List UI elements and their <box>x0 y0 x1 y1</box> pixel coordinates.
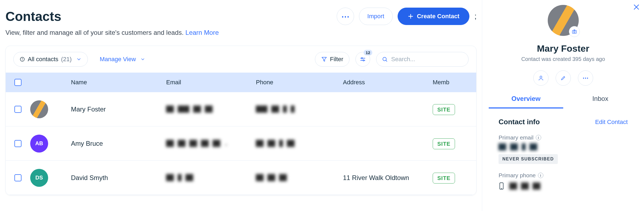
view-count: (21) <box>61 56 72 63</box>
svg-point-15 <box>574 31 575 33</box>
view-selector[interactable]: All contacts (21) <box>13 52 88 67</box>
manage-view-link[interactable]: Manage View <box>94 52 151 67</box>
table-header: Name Email Phone Address Memb <box>6 73 476 92</box>
subtitle-text: View, filter and manage all of your site… <box>5 29 184 36</box>
contact-name: Mary Foster <box>489 43 637 54</box>
cell-address: 11 River Walk Oldtown <box>343 174 433 182</box>
create-contact-label: Create Contact <box>417 13 459 20</box>
page-title: Contacts <box>5 9 61 24</box>
avatar <box>30 100 48 118</box>
subscription-badge: NEVER SUBSCRIBED <box>499 154 558 164</box>
cell-email: ██ █ ██ <box>166 174 256 181</box>
create-contact-button[interactable]: Create Contact <box>398 8 469 25</box>
row-checkbox[interactable] <box>14 174 21 181</box>
primary-phone-label: Primary phone i <box>499 172 628 179</box>
alert-circle-icon <box>20 57 25 62</box>
avatar: AB <box>30 135 48 153</box>
pencil-icon <box>561 75 566 81</box>
cell-name: Mary Foster <box>71 105 166 113</box>
filter-label: Filter <box>330 56 343 63</box>
cell-email: ██ ███ ██ ██ <box>166 106 256 113</box>
search-field[interactable] <box>376 52 469 67</box>
change-photo-button[interactable] <box>569 26 580 37</box>
avatar: DS <box>30 169 48 187</box>
person-icon <box>538 75 544 81</box>
cell-phone: ███ ██ █ █ <box>256 106 343 113</box>
trailing-char: ; <box>474 12 476 21</box>
ellipsis-icon: ⋯ <box>583 75 589 82</box>
cell-phone: ██ ██ █ ██ <box>256 140 343 147</box>
member-badge: SITE <box>433 138 455 149</box>
svg-marker-16 <box>574 30 575 30</box>
table-row[interactable]: DSDavid Smyth██ █ ████ ██ ██11 River Wal… <box>6 161 476 195</box>
table-row[interactable]: ABAmy Bruce██ ██ ██ ██ ██ .██ ██ █ ██SIT… <box>6 126 476 161</box>
cell-name: Amy Bruce <box>71 140 166 147</box>
col-phone[interactable]: Phone <box>256 79 343 86</box>
select-all-checkbox[interactable] <box>14 79 21 86</box>
table-row[interactable]: Mary Foster██ ███ ██ █████ ██ █ █SITE <box>6 92 476 126</box>
svg-marker-5 <box>322 57 327 61</box>
col-member[interactable]: Memb <box>433 79 476 86</box>
contact-profile-button[interactable] <box>533 70 549 86</box>
manage-view-label: Manage View <box>100 56 136 63</box>
col-email[interactable]: Email <box>166 79 256 86</box>
more-button[interactable]: ⋯ <box>337 8 354 25</box>
funnel-icon <box>321 56 327 62</box>
svg-point-9 <box>363 60 364 61</box>
svg-rect-14 <box>572 30 576 33</box>
cell-phone: ██ ██ ██ <box>256 174 343 181</box>
edit-contact-link[interactable]: Edit Contact <box>595 119 628 126</box>
tab-overview[interactable]: Overview <box>489 95 563 108</box>
import-button[interactable]: Import <box>359 8 393 25</box>
section-title: Contact info <box>499 118 540 126</box>
sliders-icon <box>360 56 366 63</box>
primary-email-value: ██ ██ █ ██ <box>499 144 628 150</box>
learn-more-link[interactable]: Learn More <box>185 29 219 36</box>
settings-badge: 12 <box>364 50 373 55</box>
view-label: All contacts <box>28 56 58 63</box>
close-panel-button[interactable] <box>633 3 640 11</box>
cell-email: ██ ██ ██ ██ ██ . <box>166 140 256 147</box>
ellipsis-icon: ⋯ <box>341 12 349 21</box>
svg-point-17 <box>540 76 542 78</box>
search-input[interactable] <box>391 56 463 63</box>
camera-icon <box>572 29 577 34</box>
col-address[interactable]: Address <box>343 79 433 86</box>
plus-icon <box>408 13 414 19</box>
info-icon[interactable]: i <box>538 173 543 178</box>
chevron-down-icon <box>140 57 145 62</box>
member-badge: SITE <box>433 173 455 184</box>
chevron-down-icon <box>76 57 82 62</box>
cell-name: David Smyth <box>71 174 166 182</box>
row-checkbox[interactable] <box>14 140 21 147</box>
filter-button[interactable]: Filter <box>315 52 349 67</box>
svg-point-10 <box>383 57 386 61</box>
svg-line-11 <box>386 60 387 62</box>
import-label: Import <box>367 13 384 20</box>
svg-point-4 <box>22 60 23 61</box>
search-icon <box>382 56 388 62</box>
primary-phone-value: ██ ██ ██ <box>509 183 540 190</box>
edit-contact-icon-button[interactable] <box>556 70 571 86</box>
svg-point-7 <box>361 58 363 59</box>
primary-email-label: Primary email i <box>499 134 628 141</box>
more-contact-actions-button[interactable]: ⋯ <box>578 70 593 86</box>
member-badge: SITE <box>433 104 455 115</box>
row-checkbox[interactable] <box>14 106 21 113</box>
info-icon[interactable]: i <box>536 135 541 140</box>
contact-created-text: Contact was created 395 days ago <box>489 56 637 62</box>
page-subtitle: View, filter and manage all of your site… <box>5 29 476 36</box>
col-name[interactable]: Name <box>71 79 166 86</box>
tab-inbox[interactable]: Inbox <box>563 95 637 108</box>
mobile-icon <box>499 182 504 190</box>
